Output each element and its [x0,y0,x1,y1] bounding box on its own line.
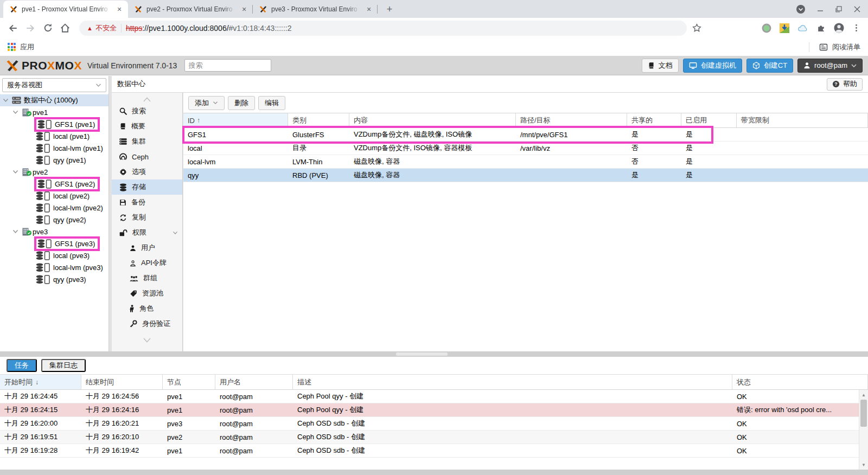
menu-item-[interactable]: 搜索 [112,104,182,119]
task-row[interactable]: 十月 29 16:20:00十月 29 16:20:21pve3root@pam… [0,417,868,431]
storage-row-local-lvm[interactable]: local-lvmLVM-Thin磁盘映像, 容器否是 [183,155,868,169]
storage-disk-icon [36,144,50,153]
tree-item-gfs1-pve1[interactable]: GFS1 (pve1) [0,118,108,130]
task-column-header[interactable]: 结束时间 [81,375,163,389]
menu-item-[interactable]: 复制 [112,210,182,225]
menu-item-[interactable]: 存储 [112,179,182,195]
menu-item-[interactable]: 身份验证 [112,316,182,331]
task-column-header[interactable]: 状态 [732,375,868,389]
task-cell: root@pam [215,417,293,430]
storage-column-header[interactable]: 内容 [349,113,516,127]
menu-item-[interactable]: 用户 [112,240,182,255]
browser-menu-icon[interactable] [852,24,860,32]
menu-item-[interactable]: 集群 [112,134,182,149]
new-tab-button[interactable]: + [382,2,397,17]
panel-splitter[interactable] [0,351,868,357]
forward-icon[interactable] [23,21,38,36]
menu-item-[interactable]: 权限 [112,225,182,240]
tree-item-local-pve2[interactable]: local (pve2) [0,190,108,202]
menu-item-[interactable]: 资源池 [112,286,182,301]
scroll-thumb[interactable] [860,400,867,427]
storage-column-header[interactable]: 已启用 [681,113,737,127]
create-ct-button[interactable]: 创建CT [746,59,793,73]
tree-item-qyy-pve3[interactable]: qyy (pve3) [0,273,108,285]
tree-item-gfs1-pve2[interactable]: GFS1 (pve2) [0,178,108,190]
task-row[interactable]: 十月 29 16:19:51十月 29 16:20:10pve2root@pam… [0,431,868,444]
menu-item-api[interactable]: API令牌 [112,255,182,271]
reload-icon[interactable] [40,21,55,36]
browser-tab[interactable]: pve2 - Proxmox Virtual Enviro× [128,1,253,18]
task-column-header[interactable]: 开始时间↓ [0,375,81,389]
menu-scroll-down-icon[interactable] [112,336,182,344]
tree-item-local-pve1[interactable]: local (pve1) [0,130,108,142]
tree-item-qyy-pve2[interactable]: qyy (pve2) [0,214,108,226]
user-menu-button[interactable]: root@pam [797,59,863,73]
tab-search-icon[interactable] [796,5,805,14]
task-row[interactable]: 十月 29 16:19:28十月 29 16:19:42pve1root@pam… [0,444,868,458]
global-search-input[interactable] [184,59,271,72]
tree-item-local-lvm-pve1[interactable]: local-lvm (pve1) [0,142,108,154]
menu-scroll-up-icon[interactable] [112,95,182,104]
browser-tab[interactable]: pve1 - Proxmox Virtual Enviro× [3,1,128,18]
tab-close-icon[interactable]: × [365,5,373,14]
security-warning[interactable]: ▲ 不安全 [87,23,117,33]
scroll-down-icon[interactable]: ▼ [859,461,868,468]
menu-item-[interactable]: 群组 [112,271,182,286]
extension-download-icon[interactable] [780,23,789,33]
menu-item-[interactable]: 备份 [112,195,182,210]
tab-close-icon[interactable]: × [115,5,124,14]
apps-shortcut[interactable]: 应用 [8,42,34,52]
caret-down-icon [12,229,18,234]
extensions-puzzle-icon[interactable] [816,23,826,33]
menu-item-[interactable]: 概要 [112,119,182,134]
task-row[interactable]: 十月 29 16:24:15十月 29 16:24:16pve1root@pam… [0,403,868,417]
bookmark-star-icon[interactable] [689,21,704,36]
maximize-icon[interactable] [835,6,842,12]
task-column-header[interactable]: 描述 [293,375,732,389]
edit-button[interactable]: 编辑 [258,96,285,110]
storage-column-header[interactable]: 类别 [288,113,349,127]
close-window-icon[interactable] [854,6,860,12]
scroll-up-icon[interactable]: ▲ [859,391,868,399]
reading-list[interactable]: 阅读清单 [809,42,860,52]
storage-column-header[interactable]: 共享的 [627,113,681,127]
help-button[interactable]: ? 帮助 [827,78,863,91]
storage-row-local[interactable]: local目录VZDump备份文件, ISO镜像, 容器模板/var/lib/v… [183,142,868,155]
extension-green-icon[interactable] [762,23,771,33]
storage-column-header[interactable]: 路径/目标 [516,113,627,127]
create-vm-button[interactable]: 创建虚拟机 [683,59,742,73]
menu-item-[interactable]: 选项 [112,164,182,179]
profile-avatar-icon[interactable] [834,23,844,33]
storage-column-header[interactable]: ID↑ [183,113,288,127]
menu-item-ceph[interactable]: Ceph [112,149,182,164]
splitter-handle[interactable] [396,352,448,356]
minimize-icon[interactable] [817,6,824,12]
menu-item-[interactable]: 角色 [112,301,182,316]
browser-tab[interactable]: pve3 - Proxmox Virtual Enviro× [253,1,378,18]
tree-item-local-lvm-pve2[interactable]: local-lvm (pve2) [0,202,108,214]
tree-item-gfs1-pve3[interactable]: GFS1 (pve3) [0,238,108,249]
extension-cloud-icon[interactable] [797,24,808,33]
add-button[interactable]: 添加 [188,96,225,110]
back-icon[interactable] [5,21,21,36]
bottom-tab-tasks[interactable]: 任务 [7,359,37,372]
tree-item-local-lvm-pve3[interactable]: local-lvm (pve3) [0,261,108,273]
task-column-header[interactable]: 节点 [163,375,215,389]
docs-button[interactable]: 文档 [642,59,679,73]
tree-item-1000y[interactable]: 数据中心 (1000y) [0,94,108,106]
tree-item-local-pve3[interactable]: local (pve3) [0,249,108,261]
task-column-header[interactable]: 用户名 [215,375,293,389]
tab-close-icon[interactable]: × [240,5,248,14]
collapse-caret-icon[interactable] [173,231,178,235]
task-row[interactable]: 十月 29 16:24:45十月 29 16:24:56pve1root@pam… [0,390,868,403]
home-icon[interactable] [58,21,73,36]
bottom-tab-cluster-log[interactable]: 集群日志 [41,359,86,372]
task-scrollbar[interactable]: ▲ ▼ [859,390,868,470]
storage-column-header[interactable]: 带宽限制 [737,113,868,127]
view-selector[interactable]: 服务器视图 [2,78,106,92]
storage-row-gfs1[interactable]: GFS1GlusterFSVZDump备份文件, 磁盘映像, ISO镜像/mnt… [183,128,868,142]
remove-button[interactable]: 删除 [228,96,255,110]
tree-item-qyy-pve1[interactable]: qyy (pve1) [0,154,108,166]
address-bar[interactable]: ▲ 不安全 https://pve1.1000y.cloud:8006/#v1:… [79,21,687,36]
storage-row-qyy[interactable]: qyyRBD (PVE)磁盘映像, 容器是是 [183,169,868,182]
